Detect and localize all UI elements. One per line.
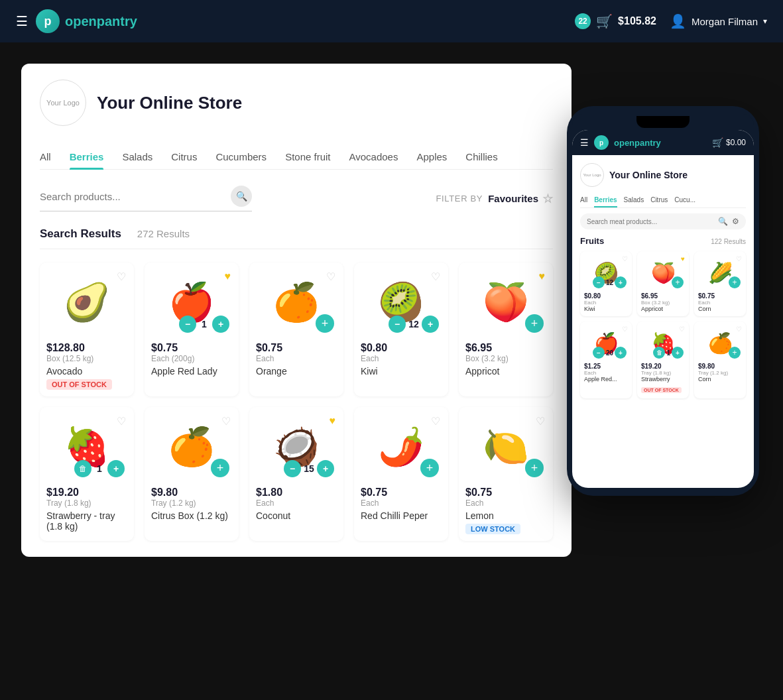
phone-qty-plus-button[interactable]: + [615,276,627,288]
product-image-wrap: ♥🍑+ [465,269,546,335]
tab-avocadoes[interactable]: Avocadoes [349,145,398,169]
tab-berries[interactable]: Berries [70,145,104,169]
phone-heart-icon[interactable]: ♥ [681,255,685,262]
product-image-wrap: ♡🍊+ [256,269,337,335]
phone-search-icon: 🔍 [718,217,728,226]
phone-cart-area[interactable]: 🛒 $0.00 [712,137,746,148]
phone-notch [636,116,690,128]
heart-icon[interactable]: ♡ [117,270,126,283]
heart-icon[interactable]: ♡ [117,415,126,428]
product-name: Appricot [465,366,546,377]
phone-nav: ☰ p openpantry 🛒 $0.00 [572,130,754,155]
product-card: ♥🍑+$6.95Box (3.2 kg)Appricot [459,262,553,396]
tab-cucumbers[interactable]: Cucumbers [215,145,267,169]
product-image: 🌶️ [378,428,424,465]
phone-heart-icon[interactable]: ♡ [736,255,742,262]
phone-heart-icon[interactable]: ♡ [736,325,742,333]
phone-tab-4[interactable]: Cucu... [674,194,695,207]
product-card: ♡🍋+$0.75EachLemonLOW STOCK [459,407,553,541]
heart-icon[interactable]: ♡ [431,415,440,428]
product-image-wrap: ♥🍎−1+ [151,269,232,335]
product-unit: Each [256,354,337,363]
qty-minus-button[interactable]: − [389,316,406,333]
phone-product-card: ♡🍊+$9.80Tray (1.2 kg)Corn [694,321,746,398]
phone-heart-icon[interactable]: ♡ [622,255,628,262]
add-button[interactable]: + [211,459,229,477]
tab-chillies[interactable]: Chillies [465,145,497,169]
user-area[interactable]: 👤 Morgan Filman ▾ [670,13,767,29]
phone-qty-plus-button[interactable]: + [672,347,684,359]
phone-tab-3[interactable]: Citrus [650,194,668,207]
search-button[interactable]: 🔍 [231,186,252,207]
heart-icon[interactable]: ♡ [431,270,440,283]
product-name: Citrus Box (1.2 kg) [151,510,232,521]
phone-hamburger-icon[interactable]: ☰ [580,137,589,148]
phone-tab-0[interactable]: All [580,194,587,207]
qty-minus-button[interactable]: − [284,460,301,477]
favourites-button[interactable]: Favourites ☆ [488,192,553,206]
qty-plus-button[interactable]: + [317,460,334,477]
qty-control: −12+ [389,316,439,333]
qty-control: 🗑1+ [74,460,125,477]
product-name: Apple Red Lady [151,366,232,377]
phone-product-price: $19.20 [641,363,685,370]
tab-citrus[interactable]: Citrus [171,145,197,169]
phone-tab-1[interactable]: Berries [594,194,617,207]
phone-add-button[interactable]: + [672,276,684,288]
add-button[interactable]: + [525,459,544,477]
add-button[interactable]: + [316,314,334,333]
product-card: ♡🍊+$9.80Tray (1.2 kg)Citrus Box (1.2 kg) [145,407,239,541]
tab-all[interactable]: All [40,145,51,169]
phone-product-unit: Tray (1.2 kg) [698,370,742,376]
heart-icon[interactable]: ♥ [225,270,231,282]
heart-icon[interactable]: ♡ [221,415,231,428]
stock-badge: OUT OF STOCK [46,379,112,390]
phone-heart-icon[interactable]: ♡ [679,325,685,333]
heart-icon[interactable]: ♥ [330,415,336,427]
phone-filter-icon[interactable]: ⚙ [732,217,739,226]
qty-plus-button[interactable]: + [212,316,229,333]
qty-number: 1 [94,463,105,474]
phone-heart-icon[interactable]: ♡ [622,325,628,333]
product-name: Lemon [465,510,546,521]
phone-product-name: Corn [698,376,742,382]
qty-plus-button[interactable]: + [107,460,125,477]
tab-salads[interactable]: Salads [122,145,152,169]
product-unit: Tray (1.2 kg) [151,498,232,508]
heart-icon[interactable]: ♡ [326,270,335,283]
add-button[interactable]: + [420,459,439,477]
star-icon: ☆ [542,192,553,206]
phone-product-unit: Each [584,300,628,306]
product-price: $19.20 [46,487,127,498]
phone-qty-number: 1 [666,349,670,357]
tab-stone-fruit[interactable]: Stone fruit [285,145,330,169]
add-button[interactable]: + [525,314,544,333]
phone-qty-minus-button[interactable]: − [593,347,605,359]
delete-button[interactable]: 🗑 [74,460,91,477]
phone-search-input[interactable] [587,218,714,225]
search-input[interactable] [40,191,225,202]
tab-apples[interactable]: Apples [416,145,447,169]
user-name: Morgan Filman [692,16,758,27]
phone-add-button[interactable]: + [729,276,741,288]
phone-product-image-wrap: ♡🥝−12+ [584,255,628,290]
heart-icon[interactable]: ♡ [536,415,545,428]
phone-delete-button[interactable]: 🗑 [653,347,665,359]
phone-qty-minus-button[interactable]: − [593,276,605,288]
cart-area[interactable]: 22 🛒 $105.82 [575,13,656,29]
phone-qty-plus-button[interactable]: + [615,347,627,359]
product-name: Coconut [256,510,337,521]
phone-product-name: Kiwi [584,306,628,312]
heart-icon[interactable]: ♥ [539,270,546,282]
phone-tab-2[interactable]: Salads [624,194,644,207]
phone-add-button[interactable]: + [729,347,741,359]
product-name: Kiwi [361,366,442,377]
hamburger-icon[interactable]: ☰ [16,13,28,29]
qty-minus-button[interactable]: − [179,316,196,333]
product-price: $0.75 [465,487,546,498]
product-image: 🍊 [273,284,320,321]
qty-plus-button[interactable]: + [422,316,439,333]
phone-brand-name: openpantry [614,138,661,148]
search-row: 🔍 FILTER BY Favourites ☆ [40,186,553,211]
phone-cart-amount: $0.00 [726,138,746,147]
